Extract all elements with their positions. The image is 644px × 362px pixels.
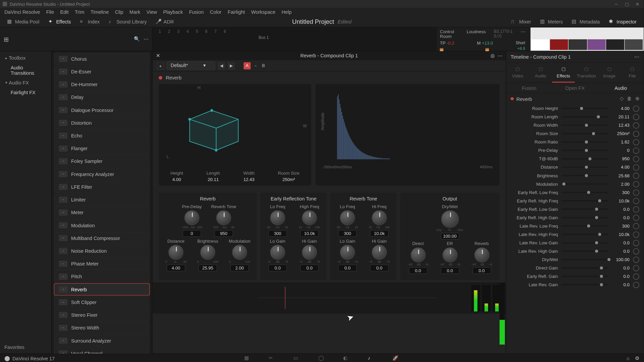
param-reset-button[interactable] <box>633 282 639 288</box>
param-reset-button[interactable] <box>633 215 639 221</box>
inspector-tab[interactable]: ▢File <box>621 63 644 82</box>
inspector-tab[interactable]: ▢Audio <box>529 63 552 82</box>
reverb-out-knob[interactable] <box>474 247 489 262</box>
param-value[interactable]: 0.0 <box>608 249 632 253</box>
plugin-target-icon[interactable]: ◎ <box>490 53 495 59</box>
fx-list-item[interactable]: ~Echo <box>54 129 150 142</box>
er-knob[interactable] <box>442 247 458 262</box>
preset-select[interactable]: Default* ▾ <box>167 61 215 70</box>
fx-list-item[interactable]: ~LFE Filter <box>54 181 150 193</box>
media-pool-button[interactable]: ▦Media Pool <box>4 17 43 26</box>
page-deliver-icon[interactable]: 🚀 <box>392 355 399 362</box>
param-value[interactable]: 0 <box>608 148 632 153</box>
param-slider[interactable] <box>561 234 608 235</box>
param-value[interactable]: 0.0 <box>608 215 632 220</box>
video-preview[interactable] <box>531 27 644 51</box>
param-reset-button[interactable] <box>633 231 639 237</box>
param-slider[interactable] <box>561 242 608 243</box>
menu-clip[interactable]: Clip <box>112 8 126 15</box>
param-slider[interactable] <box>561 217 608 218</box>
param-slider[interactable] <box>561 284 608 285</box>
param-value[interactable]: 0.0 <box>608 274 632 279</box>
param-slider[interactable] <box>561 116 608 118</box>
ert-hifreq-knob[interactable] <box>302 210 317 225</box>
inspector-fx-enable-dot[interactable] <box>511 97 514 100</box>
distance-value[interactable]: 4.00 <box>167 264 185 271</box>
audio-transitions-item[interactable]: Audio Transitions <box>0 63 51 78</box>
param-slider[interactable] <box>561 108 608 109</box>
param-reset-button[interactable] <box>633 122 639 128</box>
param-value[interactable]: 0.0 <box>608 282 632 287</box>
param-reset-button[interactable] <box>633 105 639 111</box>
room-size-value[interactable]: 250m² <box>282 177 295 182</box>
inspector-menu-icon[interactable]: ⋯ <box>634 54 639 60</box>
fx-list-item[interactable]: ~Frequency Analyzer <box>54 168 150 180</box>
rt-lofreq-knob[interactable] <box>340 210 355 225</box>
param-slider[interactable] <box>561 133 608 134</box>
param-value[interactable]: 100.00 <box>608 257 632 262</box>
fx-list-item[interactable]: ~Vocal Channel <box>54 347 150 353</box>
param-slider[interactable] <box>561 250 608 252</box>
param-value[interactable]: 0.0 <box>608 265 632 270</box>
param-reset-button[interactable] <box>633 223 639 229</box>
fx-list-item[interactable]: ~Soft Clipper <box>54 296 150 308</box>
param-reset-button[interactable] <box>633 164 639 170</box>
param-reset-button[interactable] <box>633 256 639 262</box>
room-height-value[interactable]: 4.00 <box>172 177 181 182</box>
menu-playback[interactable]: Playback <box>160 8 185 15</box>
page-fusion-icon[interactable]: ◯ <box>318 355 325 362</box>
page-fairlight-icon[interactable]: ♪ <box>368 355 375 362</box>
mixer-button[interactable]: ⎍Mixer <box>508 17 535 26</box>
param-value[interactable]: 20.11 <box>608 114 632 119</box>
decay-visualization[interactable]: Amplitude -200ms0ms200ms4000ms <box>316 84 499 185</box>
param-value[interactable]: 25.68 <box>608 173 632 178</box>
rt-hifreq-knob[interactable] <box>372 210 387 225</box>
page-media-icon[interactable]: ▦ <box>244 355 251 362</box>
param-slider[interactable] <box>561 267 608 268</box>
fairlight-fx-item[interactable]: Fairlight FX <box>0 87 51 97</box>
effects-button[interactable]: ✦Effects <box>45 17 74 26</box>
drywet-knob[interactable] <box>441 210 459 228</box>
menu-fairlight[interactable]: Fairlight <box>225 8 248 15</box>
modulation-value[interactable]: 2.00 <box>230 264 249 271</box>
timeline-view-icon[interactable]: ⊞ <box>4 36 9 43</box>
settings-icon[interactable]: ⚙ <box>635 356 639 361</box>
menu-help[interactable]: Help <box>279 8 294 15</box>
room-width-value[interactable]: 12.43 <box>244 177 255 182</box>
metadata-button[interactable]: ▤Metadata <box>568 17 603 26</box>
inspector-subtab[interactable]: Fusion <box>506 83 552 93</box>
param-value[interactable]: 10.0k <box>608 198 632 203</box>
meters-button[interactable]: ▥Meters <box>536 17 566 26</box>
param-value[interactable]: 250m² <box>608 131 632 136</box>
cr-menu-icon[interactable]: ⋯ <box>521 29 525 39</box>
param-reset-button[interactable] <box>633 156 639 162</box>
index-button[interactable]: ≡Index <box>76 17 103 26</box>
param-value[interactable]: 4.00 <box>608 106 632 111</box>
fx-list-item[interactable]: ~Surround Analyzer <box>54 335 150 347</box>
param-reset-button[interactable] <box>633 240 639 246</box>
menu-davinci-resolve[interactable]: DaVinci Resolve <box>2 8 43 15</box>
fx-list-item[interactable]: ~Stereo Fixer <box>54 309 150 321</box>
options-icon[interactable]: ⋯ <box>144 36 148 42</box>
reset-icon[interactable]: ⊕ <box>635 96 639 102</box>
param-slider[interactable] <box>561 167 608 168</box>
param-slider[interactable] <box>561 175 608 176</box>
modulation-knob[interactable] <box>232 245 247 260</box>
inspector-subtab[interactable]: Audio <box>598 83 644 93</box>
window-maximize-button[interactable]: ▢ <box>623 2 630 6</box>
param-slider[interactable] <box>561 141 608 143</box>
timeline-tracks[interactable] <box>153 283 506 314</box>
menu-color[interactable]: Color <box>207 8 224 15</box>
timeline-ruler[interactable]: 1 2 3 4 5 6 7 8 Bus 1 <box>153 27 436 51</box>
param-slider[interactable] <box>561 150 608 151</box>
inspector-tab[interactable]: ▢Video <box>506 63 529 82</box>
param-slider[interactable] <box>561 208 608 210</box>
fx-list-item[interactable]: ~Chorus <box>54 53 150 65</box>
home-icon[interactable]: ⌂ <box>627 356 630 361</box>
fx-list-item[interactable]: ~Pitch <box>54 270 150 283</box>
inspector-tab[interactable]: ▢Effects <box>552 63 575 82</box>
ert-lofreq-knob[interactable] <box>270 210 285 225</box>
inspector-tab[interactable]: ▢Transition <box>575 63 598 82</box>
fx-list-item[interactable]: ~Meter <box>54 206 150 219</box>
param-value[interactable]: 300 <box>608 224 632 228</box>
